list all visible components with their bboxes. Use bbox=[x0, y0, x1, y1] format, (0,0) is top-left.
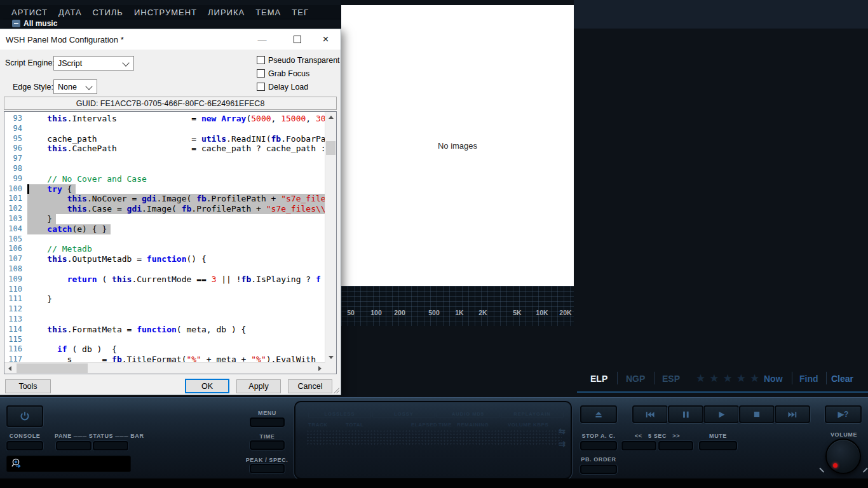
cancel-button[interactable]: Cancel bbox=[288, 379, 332, 393]
code-line: } bbox=[27, 214, 325, 224]
scroll-right-icon[interactable] bbox=[315, 363, 325, 374]
line-number: 102 bbox=[4, 204, 27, 214]
seek-forward-button[interactable] bbox=[658, 441, 693, 451]
wsh-panel-config-dialog: WSH Panel Mod Configuration * — × Script… bbox=[0, 29, 341, 395]
collapse-icon[interactable] bbox=[12, 20, 20, 27]
dialog-titlebar[interactable]: WSH Panel Mod Configuration * — × bbox=[0, 29, 341, 50]
edge-style-label: Edge Style: bbox=[13, 83, 53, 92]
checkbox[interactable] bbox=[257, 83, 265, 91]
edge-style-value: None bbox=[58, 83, 77, 92]
image-viewer-panel[interactable]: No images bbox=[341, 5, 574, 286]
peak-spec-toggle[interactable] bbox=[250, 464, 285, 473]
library-root-label[interactable]: All music bbox=[24, 19, 57, 28]
next-button[interactable] bbox=[775, 405, 810, 423]
top-menu-item[interactable]: ДАТА bbox=[58, 8, 82, 17]
console-toggle[interactable] bbox=[6, 441, 43, 451]
accent-divider bbox=[577, 391, 868, 393]
scroll-up-icon[interactable] bbox=[325, 112, 336, 123]
power-button[interactable] bbox=[6, 405, 43, 427]
previous-button[interactable] bbox=[632, 405, 668, 423]
minimize-icon[interactable]: — bbox=[248, 29, 276, 50]
search-input[interactable] bbox=[6, 456, 131, 472]
line-number: 100 bbox=[4, 184, 27, 194]
power-icon bbox=[19, 410, 31, 422]
code-line: this.OutputMetadb = function() { bbox=[27, 254, 325, 264]
text-caret bbox=[27, 184, 29, 194]
line-number-gutter: 9394959697989910010110210310410510610710… bbox=[4, 114, 27, 365]
checkbox-label: Pseudo Transparent bbox=[268, 56, 340, 65]
top-right-panel bbox=[574, 0, 868, 29]
pause-button[interactable] bbox=[668, 405, 703, 423]
apply-button[interactable]: Apply bbox=[236, 379, 281, 393]
line-number: 103 bbox=[4, 214, 27, 224]
code-line: if ( db ) { bbox=[27, 344, 325, 355]
playback-order-toggle[interactable] bbox=[580, 464, 617, 474]
ok-button[interactable]: OK bbox=[185, 379, 229, 393]
code-line: return ( this.CurrentMode == 3 || !fb.Is… bbox=[27, 274, 325, 285]
play-button[interactable] bbox=[703, 405, 739, 423]
horizontal-scrollbar[interactable] bbox=[4, 362, 325, 374]
line-number: 104 bbox=[4, 224, 27, 234]
volume-knob[interactable] bbox=[825, 438, 861, 474]
line-number: 114 bbox=[4, 325, 27, 335]
display-info-label: TOTAL bbox=[346, 422, 363, 428]
scroll-left-icon[interactable] bbox=[4, 363, 15, 374]
tools-button[interactable]: Tools bbox=[5, 379, 51, 393]
statusbar-toggle[interactable] bbox=[93, 441, 128, 451]
time-toggle[interactable] bbox=[250, 440, 285, 450]
time-label: TIME bbox=[250, 433, 285, 440]
star-rating[interactable]: ★★★★★ bbox=[696, 372, 763, 385]
code-text-area[interactable]: this.Intervals = new Array(5000, 15000, … bbox=[27, 114, 325, 363]
code-line: try { bbox=[27, 184, 325, 194]
eject-button[interactable] bbox=[580, 405, 617, 423]
mute-toggle[interactable] bbox=[699, 441, 737, 451]
top-menu-item[interactable]: СТИЛЬ bbox=[93, 8, 123, 17]
horizontal-scroll-thumb[interactable] bbox=[17, 363, 88, 373]
vertical-scroll-thumb[interactable] bbox=[326, 141, 336, 155]
checkbox[interactable] bbox=[257, 69, 265, 78]
action-find[interactable]: Find bbox=[799, 374, 818, 384]
spectrum-analyzer[interactable]: 501002005001K2K5K10K20K bbox=[341, 286, 574, 326]
code-line: cache_path = utils.ReadINI(fb.FoobarPath… bbox=[27, 134, 325, 144]
stop-button[interactable] bbox=[739, 405, 775, 423]
scroll-down-icon[interactable] bbox=[325, 352, 336, 363]
vertical-scrollbar[interactable] bbox=[325, 112, 336, 363]
action-clear[interactable]: Clear bbox=[831, 374, 853, 384]
stop-after-current-label: STOP A. C. bbox=[580, 433, 617, 439]
pane-toggle[interactable] bbox=[56, 441, 92, 451]
freq-label: 10K bbox=[536, 309, 548, 316]
resize-grip[interactable] bbox=[333, 387, 339, 393]
play-random-button[interactable]: ▶? bbox=[825, 405, 862, 423]
action-now[interactable]: Now bbox=[764, 374, 783, 384]
chevron-down-icon bbox=[122, 59, 129, 66]
freq-label: 5K bbox=[513, 309, 521, 316]
mode-esp[interactable]: ESP bbox=[662, 374, 680, 384]
line-number: 98 bbox=[4, 164, 27, 174]
code-line bbox=[27, 335, 325, 345]
top-menu-item[interactable]: ТЕМА bbox=[255, 8, 281, 17]
top-menu-item[interactable]: ЛИРИКА bbox=[208, 8, 245, 17]
seek-back-button[interactable] bbox=[621, 441, 656, 451]
edge-style-select[interactable]: None bbox=[53, 79, 97, 94]
script-engine-select[interactable]: JScript bbox=[53, 56, 134, 71]
stop-after-current-toggle[interactable] bbox=[580, 441, 617, 451]
playback-order-label: PB. ORDER bbox=[580, 456, 617, 463]
code-line: this.NoCover = gdi.Image( fb.ProfilePath… bbox=[27, 194, 325, 204]
divider bbox=[654, 372, 655, 384]
top-menu-item[interactable]: ТЕГ bbox=[292, 8, 309, 17]
mode-elp[interactable]: ELP bbox=[590, 374, 607, 384]
top-menu-item[interactable]: ИНСТРУМЕНТ bbox=[134, 8, 197, 17]
line-number: 105 bbox=[4, 234, 27, 245]
peak-spec-label: PEAK / SPEC. bbox=[245, 457, 289, 463]
control-deck: CONSOLE PANE ─── STATUS ─── BAR MENU TIM… bbox=[0, 397, 868, 478]
checkbox-row: Delay Load bbox=[257, 83, 340, 91]
menu-toggle[interactable] bbox=[250, 417, 285, 427]
display-info-label: TIME bbox=[438, 422, 452, 428]
checkbox[interactable] bbox=[257, 56, 265, 64]
mode-ngp[interactable]: NGP bbox=[626, 374, 645, 384]
top-menu-item[interactable]: АРТИСТ bbox=[11, 8, 48, 17]
script-engine-value: JScript bbox=[58, 59, 82, 68]
script-editor[interactable]: 9394959697989910010110210310410510610710… bbox=[4, 111, 337, 374]
maximize-icon[interactable] bbox=[283, 29, 311, 50]
close-icon[interactable]: × bbox=[311, 29, 340, 50]
